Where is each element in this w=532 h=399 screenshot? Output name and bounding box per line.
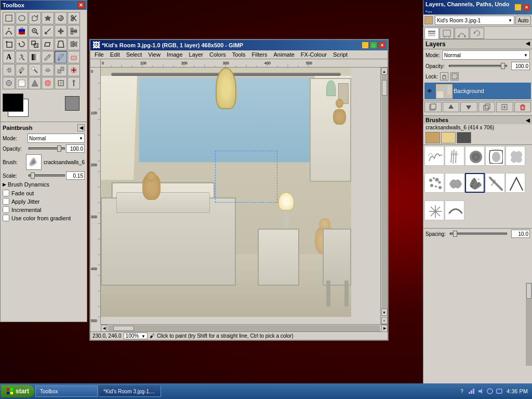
use-color-gradient-checkbox[interactable] (3, 215, 9, 221)
extra-tool-3[interactable] (55, 77, 67, 89)
fade-out-checkbox[interactable] (3, 190, 9, 196)
perspective-tool[interactable] (55, 38, 67, 50)
menu-animate[interactable]: Animate (270, 51, 297, 58)
gimp-close-button[interactable]: ✕ (378, 42, 385, 49)
brush-cell-4[interactable] (485, 146, 505, 166)
auto-button[interactable]: Auto (515, 16, 531, 25)
menu-image[interactable]: Image (164, 51, 186, 58)
ellipse-select-tool[interactable] (16, 12, 28, 24)
scrollbar-v-thumb[interactable] (382, 80, 387, 96)
text-tool[interactable]: A (3, 51, 15, 63)
clone-tool[interactable] (55, 64, 67, 76)
vertical-scrollbar[interactable]: ▲ ▼ + (380, 68, 388, 324)
horizontal-scrollbar[interactable]: ◀ ▶ (101, 324, 388, 331)
brush-cell-10[interactable] (506, 173, 525, 193)
paintbrush-collapse-button[interactable]: ◀ (77, 124, 85, 131)
brush-preview-thumb[interactable] (26, 154, 42, 170)
scrollbar-left-button[interactable]: ◀ (101, 325, 107, 332)
zoom-tool[interactable] (29, 25, 41, 37)
menu-filters[interactable]: Filters (249, 51, 271, 58)
brushes-scrollbar[interactable] (526, 283, 532, 366)
tray-icon-audio[interactable] (476, 387, 485, 395)
layers-mode-dropdown[interactable]: Normal ▼ (442, 50, 530, 60)
tray-icon-misc2[interactable] (495, 387, 503, 395)
blend-tool[interactable] (29, 51, 41, 63)
duplicate-layer-button[interactable] (478, 102, 496, 112)
layers-opacity-slider[interactable] (449, 65, 507, 67)
brushes-panel-menu[interactable]: ◀ (526, 117, 530, 123)
color-tool-2[interactable] (16, 77, 28, 89)
tab-undo[interactable] (470, 28, 484, 39)
spacing-slider[interactable] (450, 233, 507, 235)
menu-layer[interactable]: Layer (186, 51, 207, 58)
canvas-image[interactable] (101, 68, 351, 317)
scale-value[interactable]: 0.15 (66, 171, 85, 180)
foreground-color-swatch[interactable] (3, 94, 23, 112)
dodge-burn-tool[interactable] (29, 64, 41, 76)
heal-tool[interactable] (68, 64, 80, 76)
scrollbar-v-track[interactable] (381, 75, 388, 309)
tray-icon-help[interactable]: ? (458, 387, 466, 395)
measure-tool[interactable] (42, 25, 54, 37)
extra-tool-2[interactable] (42, 77, 54, 89)
bucket-fill-tool[interactable] (16, 51, 28, 63)
brush-color-1[interactable] (425, 132, 440, 143)
rotate-tool[interactable] (16, 38, 28, 50)
tab-layers[interactable] (424, 28, 439, 39)
layers-opacity-value[interactable]: 100.0 (511, 62, 530, 70)
opacity-value[interactable]: 100.0 (66, 144, 85, 153)
tab-paths[interactable] (455, 28, 469, 39)
brushes-scrollbar-thumb[interactable] (526, 283, 531, 299)
layer-item-background[interactable]: 👁 Background (424, 83, 531, 99)
canvas-expand-button[interactable]: + (381, 317, 388, 324)
to-image-size-button[interactable] (496, 102, 513, 112)
delete-layer-button[interactable] (514, 102, 531, 112)
start-button[interactable]: start (1, 385, 34, 397)
brush-cell-7[interactable] (445, 173, 464, 193)
brush-cell-6[interactable] (424, 173, 444, 193)
zoom-dropdown[interactable]: 100% ▼ (124, 332, 148, 339)
extra-tool-4[interactable] (68, 77, 80, 89)
brush-cell-2[interactable] (445, 146, 464, 166)
menu-select[interactable]: Select (123, 51, 145, 58)
canvas-wrapper[interactable] (101, 68, 380, 324)
menu-script[interactable]: Script (330, 51, 351, 58)
menu-colors[interactable]: Colors (206, 51, 229, 58)
taskbar-item-toolbox[interactable]: Toolbox (35, 385, 98, 397)
pencil-tool[interactable] (42, 51, 54, 63)
layer-visibility-toggle[interactable]: 👁 (425, 87, 434, 95)
ink-tool[interactable] (16, 64, 28, 76)
opacity-slider[interactable] (29, 148, 65, 150)
align-tool[interactable] (68, 25, 80, 37)
lock-pixels-button[interactable] (440, 72, 448, 81)
brush-color-3[interactable] (457, 132, 471, 143)
brush-dynamics-toggle[interactable]: ▶ Brush Dynamics (3, 181, 85, 188)
file-dropdown[interactable]: Kid's Room 3.jpg-1 ▼ (435, 16, 514, 25)
taskbar-item-gimp[interactable]: *Kid's Room 3.jpg-1.... (99, 385, 161, 397)
brush-cell-8-selected[interactable] (465, 173, 485, 193)
paintbrush-tool[interactable] (55, 51, 67, 63)
scrollbar-right-button[interactable]: ▶ (381, 325, 388, 332)
eraser-tool[interactable] (68, 51, 80, 63)
brush-color-2[interactable] (441, 132, 456, 143)
tab-channels[interactable] (440, 28, 454, 39)
lock-alpha-button[interactable] (450, 72, 459, 81)
gimp-maximize-button[interactable]: □ (370, 42, 377, 49)
brush-cell-1[interactable] (424, 146, 444, 166)
scrollbar-up-button[interactable]: ▲ (381, 68, 388, 75)
spacing-value[interactable]: 10.0 (511, 230, 530, 238)
layers-close-button[interactable]: ✕ (523, 4, 530, 11)
menu-fx-colour[interactable]: FX-Colour (298, 51, 330, 58)
extra-tool-1[interactable] (29, 77, 41, 89)
apply-jitter-checkbox[interactable] (3, 198, 9, 205)
incremental-checkbox[interactable] (3, 206, 9, 213)
crop-tool[interactable] (3, 38, 15, 50)
move-tool[interactable] (55, 25, 67, 37)
lower-layer-button[interactable] (460, 102, 477, 112)
paths-tool[interactable] (3, 25, 15, 37)
color-by-color-tool[interactable] (55, 12, 67, 24)
menu-file[interactable]: File (91, 51, 107, 58)
scale-tool[interactable] (29, 38, 41, 50)
smudge-tool[interactable] (42, 64, 54, 76)
layers-panel-menu[interactable]: ◀ (526, 41, 530, 46)
